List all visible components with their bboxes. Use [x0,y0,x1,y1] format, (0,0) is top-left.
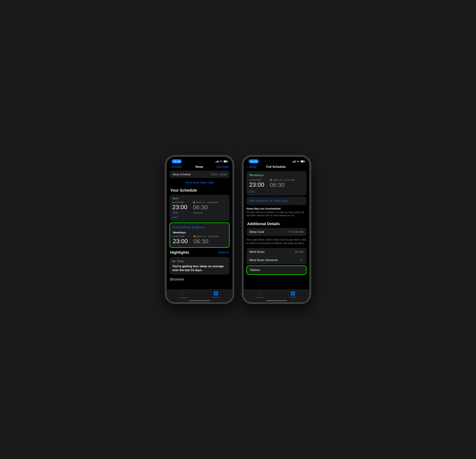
highlights-header: Highlights Show All [167,249,232,256]
tab-browse-2[interactable]: Browse [276,291,309,298]
nav-title-2: Full Schedule [266,165,286,169]
home-indicator-2 [266,300,287,301]
sleep-goal-card: Sleep Goal 7 hr 30 min [246,228,306,236]
wind-down-shortcuts-row[interactable]: Wind Down Shortcuts 3 › [246,256,306,264]
weekdays-label: Weekdays [249,173,304,177]
wd-wakeup-value: 06:30 [270,181,295,188]
sleep-icon: 🛏 [172,259,176,263]
show-all-link[interactable]: Show All [218,251,229,254]
edit-link-2[interactable]: Edit [249,190,304,193]
signal-bar-1 [215,162,216,163]
nav-back-2[interactable]: ‹ Sleep [247,165,257,169]
phone-2: 14:24 4G ‹ S [242,156,311,303]
highlights-title: Highlights [170,250,189,255]
browse-grid-icon-2 [291,291,295,295]
wakeup-value: 06:30 [193,204,218,211]
options-inner-card: Options › [247,266,306,274]
notch [186,157,213,162]
home-indicator-1 [189,300,210,301]
signal-bars-2 [292,160,296,163]
wd-wakeup-col: 🔕 WAKE UP – NO ALARM 06:30 [270,179,295,188]
sleep-goal-label: Sleep Goal [249,230,264,234]
full-alarm-icon: 🔕 [193,235,196,238]
next-schedule-card: Next 🛏 BEDTIME 23:00 Today � [170,195,230,221]
phones-container: 14:24 4G ‹ B [165,156,311,303]
nav-back-1[interactable]: ‹ Browse [170,165,182,169]
sleep-schedule-label: Sleep Schedule [172,173,191,176]
screen-content-1[interactable]: Sleep Schedule 23:00 – 06:30 Show More S… [167,170,232,291]
options-chevron: › [302,268,303,272]
bedtime-col: 🛏 BEDTIME 23:00 Today [172,201,187,214]
wind-down-card: Wind Down 15 min Wind Down Shortcuts 3 › [246,248,306,264]
full-bedtime-label: 🛏 BEDTIME [173,235,188,238]
highlights-text: You're getting less sleep on average ove… [172,264,227,272]
bedtime-subtitle: Today [172,211,187,214]
chevron-icon-1: › [225,225,226,229]
options-card[interactable]: Options › [246,265,306,275]
wd-bedtime-label: 🛏 BEDTIME [249,179,264,181]
status-time-1: 14:24 [172,159,182,163]
options-row[interactable]: Options › [247,266,306,274]
edit-link-1[interactable]: Edit [172,216,227,219]
nav-back-label-2[interactable]: Sleep [249,165,257,169]
tab-browse-1[interactable]: Browse [200,291,232,298]
wind-down-shortcuts-value: 3 › [300,258,304,262]
battery-fill-2 [301,161,304,162]
wd-bed-icon: 🛏 [249,179,251,181]
full-bedtime-col: 🛏 BEDTIME 23:00 [173,235,188,245]
wind-down-shortcuts-label: Wind Down Shortcuts [249,258,278,262]
wd-bedtime-col: 🛏 BEDTIME 23:00 [249,179,264,188]
sleep-goal-value: 7 hr 30 min [289,230,304,234]
goal-description: Your goal will be used to keep track of … [244,237,309,247]
signal-bar-2 [216,161,217,163]
tab-browse-label-1: Browse [213,296,219,298]
wind-down-label: Wind Down [249,250,264,254]
full-schedule-link-row[interactable]: Full Schedule & Options › [173,225,226,229]
additional-details-header: Additional Details [244,219,309,227]
wakeup-subtitle: Tomorrow [193,212,218,214]
full-bed-icon: 🛏 [173,235,175,238]
next-label: Next [172,197,227,200]
notch-2 [263,157,290,162]
wakeup-label: 🔕 WAKE UP – NO ALARM [193,201,218,204]
highlights-card: 🛏 Sleep You're getting less sleep on ave… [170,257,230,275]
full-bedtime-value: 23:00 [173,238,188,245]
signal-type-2: 4G [297,160,299,163]
sleep-goal-row: Sleep Goal 7 hr 30 min [246,228,306,236]
full-schedule-card[interactable]: Full Schedule & Options › Weekdays 🛏 BED… [170,222,230,248]
wind-down-value: 15 min [295,250,304,254]
bedtime-value: 23:00 [172,204,187,211]
back-arrow-icon-2: ‹ [247,165,248,169]
nav-bar-1: ‹ Browse Sleep Add Data [167,164,232,170]
nav-back-label-1[interactable]: Browse [172,165,182,169]
screen-content-2[interactable]: Weekdays 🛏 BEDTIME 23:00 🔕 [244,170,309,291]
tab-summary-2[interactable]: ♡ Summary [244,291,276,299]
wakeup-col: 🔕 WAKE UP – NO ALARM 06:30 Tomorrow [193,201,218,214]
status-right-2: 4G [292,160,304,163]
sleep-schedule-time: 23:00 – 06:30 [211,173,227,176]
signal-bar-3 [217,161,218,163]
full-wakeup-value: 06:30 [193,238,219,245]
unscheduled-text: On days without a schedule, no wake-up a… [246,211,306,217]
battery-icon-1 [224,160,228,163]
full-schedule-weekdays: Weekdays [173,231,226,234]
weekdays-card: Weekdays 🛏 BEDTIME 23:00 🔕 [246,171,306,196]
add-schedule-link[interactable]: Add Schedule for Other Days [249,199,288,203]
bedtime-label: 🛏 BEDTIME [172,201,187,203]
schedule-times-row: 🛏 BEDTIME 23:00 Today 🔕 WAKE UP – NO ALA… [172,201,227,214]
show-more-btn[interactable]: Show More Sleep Data [167,179,232,187]
unscheduled-warning: Some Days Are Unscheduled On days withou… [244,206,309,219]
tab-summary-1[interactable]: ♡ Summary [167,291,200,299]
tab-browse-label-2: Browse [290,296,296,298]
add-schedule-card[interactable]: Add Schedule for Other Days [246,197,306,205]
full-schedule-link[interactable]: Full Schedule & Options [173,226,205,229]
highlights-icon-label: Sleep [177,260,184,263]
bed-icon: 🛏 [172,201,174,203]
nav-bar-2: ‹ Sleep Full Schedule [244,164,309,170]
nav-action-1[interactable]: Add Data [216,165,229,169]
weekdays-times-row: 🛏 BEDTIME 23:00 🔕 WAKE UP – NO ALARM 06:… [249,179,304,188]
wd-wakeup-label: 🔕 WAKE UP – NO ALARM [270,179,295,181]
heart-icon-1: ♡ [181,291,185,296]
signal-type-1: 4G [220,160,222,163]
wd-alarm-icon: 🔕 [270,179,272,181]
